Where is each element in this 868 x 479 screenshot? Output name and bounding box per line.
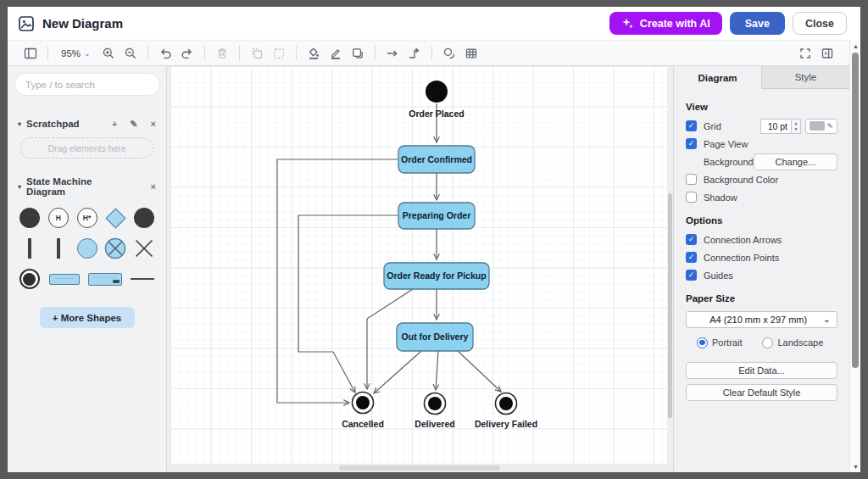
- toggle-left-panel-icon[interactable]: [19, 43, 42, 64]
- toggle-format-panel-icon[interactable]: [816, 43, 838, 64]
- chevron-down-icon: ⌄: [84, 49, 91, 58]
- page-view-row: ✓ Page View: [686, 135, 837, 153]
- scratchpad-dropzone[interactable]: Drag elements here: [20, 137, 153, 159]
- svg-text:Delivered: Delivered: [415, 419, 454, 429]
- node-order-ready[interactable]: Order Ready for Pickup: [384, 263, 489, 289]
- options-section-title: Options: [686, 215, 837, 226]
- landscape-radio[interactable]: [762, 337, 773, 348]
- page-view-checkbox[interactable]: ✓: [686, 138, 697, 149]
- guides-row: ✓ Guides: [686, 266, 837, 284]
- shadow-icon[interactable]: [347, 43, 369, 64]
- insert-table-icon[interactable]: [460, 43, 482, 64]
- redo-icon[interactable]: [176, 43, 198, 64]
- edit-data-button[interactable]: Edit Data...: [686, 362, 837, 379]
- zoom-level-dropdown[interactable]: 95% ⌄: [54, 48, 97, 58]
- scratchpad-header[interactable]: ▾ Scratchpad + ✎ ×: [18, 119, 156, 129]
- tab-style[interactable]: Style: [761, 66, 849, 89]
- shape-shallow-history[interactable]: H: [47, 207, 70, 229]
- copy-icon: [246, 43, 268, 64]
- canvas-vertical-scrollbar[interactable]: [668, 193, 672, 418]
- background-color-checkbox[interactable]: [686, 174, 697, 185]
- waypoint-style-icon[interactable]: [403, 43, 426, 64]
- shape-exit-point[interactable]: [104, 237, 126, 259]
- state-machine-section-header[interactable]: ▾ State Machine Diagram ×: [18, 176, 156, 197]
- shape-entry-point[interactable]: [76, 237, 98, 259]
- section-close-icon[interactable]: ×: [151, 182, 156, 192]
- fill-color-icon[interactable]: [303, 43, 325, 64]
- fullscreen-icon[interactable]: [794, 43, 816, 64]
- background-color-row: Background Color: [686, 170, 837, 188]
- shape-deep-history[interactable]: H*: [76, 207, 98, 229]
- background-change-button[interactable]: Change...: [754, 153, 837, 170]
- insert-shape-icon[interactable]: [438, 43, 460, 64]
- shape-flow-final[interactable]: [133, 237, 155, 259]
- grid-checkbox[interactable]: ✓: [686, 120, 697, 131]
- scratchpad-close-icon[interactable]: ×: [151, 120, 156, 129]
- search-input[interactable]: [14, 73, 160, 96]
- shape-transition-line[interactable]: [131, 268, 155, 290]
- scroll-up-arrow[interactable]: ▲: [850, 41, 860, 51]
- shape-join-bar[interactable]: [47, 237, 70, 259]
- create-with-ai-button[interactable]: Create with AI: [609, 12, 722, 35]
- save-button[interactable]: Save: [730, 12, 785, 35]
- shapes-sidebar: ▾ Scratchpad + ✎ × Drag elements here ▾ …: [8, 66, 167, 472]
- shadow-checkbox[interactable]: [686, 192, 697, 203]
- shape-initial-state[interactable]: [19, 207, 41, 229]
- connection-points-checkbox[interactable]: ✓: [686, 252, 697, 263]
- paper-size-select[interactable]: A4 (210 mm x 297 mm) ⌄: [686, 311, 837, 328]
- node-preparing-order[interactable]: Preparing Order: [398, 203, 475, 229]
- shape-composite-state[interactable]: [88, 268, 122, 290]
- node-delivered[interactable]: Delivered: [415, 393, 454, 430]
- connection-arrows-row: ✓ Connection Arrows: [686, 231, 837, 248]
- close-button[interactable]: Close: [793, 12, 847, 35]
- zoom-in-icon[interactable]: [97, 43, 120, 64]
- tab-diagram[interactable]: Diagram: [674, 66, 761, 89]
- svg-text:Order Confirmed: Order Confirmed: [401, 154, 472, 164]
- clear-default-style-button[interactable]: Clear Default Style: [686, 384, 837, 401]
- node-order-confirmed[interactable]: Order Confirmed: [398, 146, 475, 173]
- line-color-icon[interactable]: [325, 43, 347, 64]
- main-area: ▾ Scratchpad + ✎ × Drag elements here ▾ …: [8, 66, 849, 472]
- grid-size-stepper[interactable]: ▴▾: [791, 119, 801, 134]
- grid-size-input[interactable]: [760, 119, 791, 134]
- edge-out-to-delivered[interactable]: [436, 351, 438, 390]
- shape-simple-state[interactable]: [49, 268, 80, 290]
- shape-fork-bar[interactable]: [19, 237, 41, 259]
- node-start[interactable]: Order Placed: [409, 81, 464, 119]
- svg-text:Out for Delivery: Out for Delivery: [402, 331, 469, 342]
- scroll-down-arrow[interactable]: ▼: [850, 461, 860, 471]
- edge-preparing-to-cancelled[interactable]: [298, 215, 398, 393]
- edge-confirmed-to-cancelled[interactable]: [277, 159, 398, 403]
- caret-down-icon: ▾: [18, 120, 21, 128]
- node-out-for-delivery[interactable]: Out for Delivery: [397, 323, 473, 351]
- edge-out-to-cancelled[interactable]: [374, 351, 421, 393]
- guides-checkbox[interactable]: ✓: [686, 270, 697, 281]
- shape-final-state[interactable]: [19, 268, 41, 290]
- shape-palette: H H*: [8, 197, 166, 290]
- grid-color-button[interactable]: ✎: [805, 119, 837, 134]
- node-cancelled[interactable]: Cancelled: [342, 393, 384, 430]
- drawing-page[interactable]: Order Placed Order Confirmed Preparing O…: [170, 66, 667, 464]
- caret-down-icon: ▾: [18, 183, 21, 191]
- pencil-icon: ✎: [826, 122, 833, 131]
- more-shapes-button[interactable]: + More Shapes: [40, 307, 135, 328]
- shape-choice[interactable]: [104, 207, 126, 229]
- edge-out-to-failed[interactable]: [458, 351, 501, 392]
- paste-icon: [268, 43, 290, 64]
- zoom-out-icon[interactable]: [120, 43, 142, 64]
- connection-style-icon[interactable]: [381, 43, 403, 64]
- shape-terminate-state[interactable]: [133, 207, 155, 229]
- scratchpad-add-icon[interactable]: +: [112, 120, 117, 129]
- svg-text:Delivery Failed: Delivery Failed: [475, 419, 537, 429]
- portrait-radio[interactable]: [697, 337, 708, 348]
- connection-arrows-checkbox[interactable]: ✓: [686, 234, 697, 245]
- scratchpad-edit-icon[interactable]: ✎: [130, 120, 137, 129]
- node-delivery-failed[interactable]: Delivery Failed: [475, 393, 537, 430]
- undo-icon[interactable]: [154, 43, 176, 64]
- scrollbar-thumb[interactable]: [852, 53, 859, 368]
- window-vertical-scrollbar[interactable]: ▲ ▼: [849, 40, 860, 472]
- sparkle-icon: [621, 17, 634, 30]
- canvas-area[interactable]: Order Placed Order Confirmed Preparing O…: [167, 66, 673, 472]
- canvas-horizontal-scrollbar[interactable]: [339, 465, 500, 471]
- svg-text:Cancelled: Cancelled: [342, 419, 384, 429]
